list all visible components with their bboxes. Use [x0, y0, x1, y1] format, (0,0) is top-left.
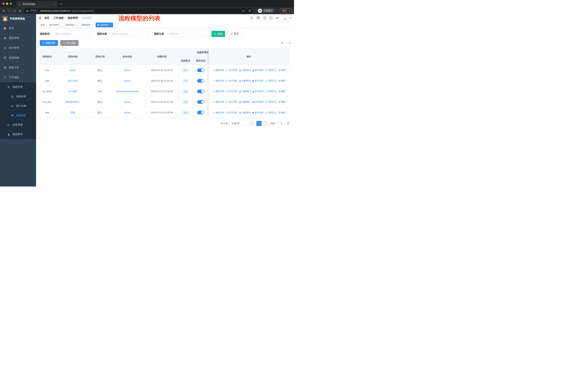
sidebar-item-user-group[interactable]: 用户分组 [0, 101, 36, 111]
sidebar-item-process-mgmt[interactable]: 流程管理 [0, 82, 36, 92]
form-info-link[interactable]: biubiu [124, 111, 130, 114]
font-size-icon[interactable]: TT [276, 16, 279, 20]
bookmark-star-icon[interactable] [248, 9, 251, 12]
help-icon[interactable] [263, 16, 266, 20]
edit-process-link[interactable]: 修改流程 [213, 79, 224, 82]
active-toggle[interactable] [197, 100, 205, 104]
breadcrumb-process-mgmt[interactable]: 流程管理 [68, 16, 78, 20]
publish-process-link[interactable]: 发布流程 [252, 100, 263, 103]
tag-process-form[interactable]: 流程表单× [80, 23, 94, 27]
assign-rule-link[interactable]: 分配规则 [239, 100, 251, 103]
address-bar[interactable]: 不安全 dashboard.yudao.iocoder.cn/bpm/manag… [24, 8, 253, 13]
page-size-select[interactable]: 10条/页 [230, 121, 247, 126]
window-controls[interactable] [0, 2, 14, 5]
delete-link[interactable]: 删除 [278, 100, 285, 103]
process-name-input[interactable] [110, 31, 148, 37]
tag-close-icon[interactable]: × [75, 24, 77, 26]
reload-icon[interactable] [13, 10, 16, 12]
process-name-link[interactable]: eeee [70, 69, 75, 71]
delete-link[interactable]: 删除 [278, 69, 285, 72]
process-definition-link[interactable]: 流程定义 [265, 111, 277, 114]
design-process-link[interactable]: 设计流程 [226, 100, 237, 103]
next-page-button[interactable] [263, 121, 269, 126]
assign-rule-link[interactable]: 分配规则 [239, 90, 251, 93]
delete-link[interactable]: 删除 [278, 90, 285, 93]
edit-process-link[interactable]: 修改流程 [213, 90, 224, 93]
breadcrumb-workflow[interactable]: 工作流程 [53, 16, 64, 20]
saved-password-key-icon[interactable] [242, 10, 245, 12]
assign-rule-link[interactable]: 分配规则 [239, 111, 251, 114]
delete-link[interactable]: 删除 [278, 111, 285, 114]
publish-process-link[interactable]: 发布流程 [252, 90, 263, 93]
process-name-link[interactable]: 自己审批 [68, 79, 77, 82]
sidebar-item-leave-query[interactable]: 请假查询 [0, 130, 36, 139]
back-icon[interactable] [2, 9, 5, 12]
refresh-table-button[interactable] [287, 40, 293, 46]
current-page-button[interactable]: 1 [256, 121, 262, 126]
process-key-input[interactable] [52, 31, 91, 37]
edit-process-link[interactable]: 修改流程 [213, 100, 224, 103]
design-process-link[interactable]: 设计流程 [226, 111, 237, 114]
user-avatar-menu[interactable] [282, 15, 292, 21]
process-definition-link[interactable]: 流程定义 [265, 69, 277, 72]
process-definition-link[interactable]: 流程定义 [265, 90, 277, 93]
form-info-link[interactable]: biubiu [124, 101, 130, 103]
window-close-button[interactable] [2, 2, 5, 5]
design-process-link[interactable]: 设计流程 [226, 90, 237, 93]
goto-page-input[interactable] [277, 121, 285, 126]
active-toggle[interactable] [197, 79, 205, 83]
github-icon[interactable] [256, 16, 260, 20]
publish-process-link[interactable]: 发布流程 [252, 111, 263, 114]
prev-page-button[interactable] [249, 121, 255, 126]
tag-my-process[interactable]: 我的流程× [64, 23, 79, 27]
form-info-link[interactable]: /bpm/oa/leave/create [116, 90, 138, 93]
sidebar-logo[interactable]: 芋道管理系统 [0, 14, 36, 23]
sidebar-item-process-model[interactable]: 流程模型 [0, 111, 36, 120]
edit-process-link[interactable]: 修改流程 [213, 111, 224, 114]
new-tab-button[interactable] [60, 2, 62, 5]
design-process-link[interactable]: 设计流程 [226, 69, 237, 72]
process-definition-link[interactable]: 流程定义 [265, 100, 277, 103]
publish-process-link[interactable]: 发布流程 [252, 69, 263, 72]
process-category-select[interactable]: 流程分类 [167, 31, 209, 37]
sidebar-item-home[interactable]: 首页 [0, 23, 36, 33]
sidebar-item-payment[interactable]: ¥ 支付管理 [0, 43, 36, 53]
tag-tenant-mgmt[interactable]: 租户管理× [48, 23, 63, 27]
home-icon[interactable] [18, 9, 21, 12]
delete-link[interactable]: 删除 [278, 79, 285, 82]
publish-process-link[interactable]: 发布流程 [252, 79, 263, 82]
window-zoom-button[interactable] [10, 2, 12, 5]
create-process-button[interactable]: 新建流程 [40, 40, 58, 46]
forward-icon[interactable] [8, 9, 10, 12]
browser-menu-dots-icon[interactable] [288, 10, 291, 12]
sidebar-fold-icon[interactable] [39, 16, 42, 20]
sidebar-item-infra[interactable]: 基础设施 [0, 53, 36, 63]
tag-close-icon[interactable]: × [59, 24, 61, 26]
search-button[interactable]: 搜索 [211, 31, 225, 37]
tag-close-icon[interactable]: × [91, 24, 93, 26]
reset-button[interactable]: 重置 [228, 31, 242, 37]
process-name-link[interactable]: OA 请假 [68, 90, 77, 93]
active-toggle[interactable] [197, 69, 205, 72]
process-definition-link[interactable]: 流程定义 [265, 79, 277, 82]
sidebar-item-task-mgmt[interactable]: 任务管理 [0, 120, 36, 130]
import-process-button[interactable]: 导入流程 [60, 40, 79, 46]
assign-rule-link[interactable]: 分配规则 [239, 79, 251, 82]
browser-update-button[interactable]: 更新 [280, 8, 292, 13]
fullscreen-icon[interactable] [269, 16, 273, 20]
tag-process-model[interactable]: 流程模型× [96, 23, 113, 27]
avatar[interactable] [282, 15, 289, 21]
sidebar-item-process-form[interactable]: 流程表单 [0, 92, 36, 101]
sidebar-item-workflow[interactable]: 工作流程 [0, 72, 36, 82]
toggle-search-button[interactable] [279, 40, 285, 46]
sidebar-item-system[interactable]: 系统管理 [0, 33, 36, 43]
tag-home[interactable]: 首页 [39, 23, 47, 27]
assign-rule-link[interactable]: 分配规则 [239, 69, 251, 72]
form-info-link[interactable]: biubiu [124, 80, 130, 82]
active-toggle[interactable] [197, 111, 205, 114]
sidebar-item-devtools[interactable]: 研发工具 [0, 63, 36, 72]
design-process-link[interactable]: 设计流程 [226, 79, 237, 82]
form-info-link[interactable]: biubiu [124, 69, 130, 71]
browser-tab[interactable]: 芋道管理系统 [16, 1, 57, 7]
tag-close-icon[interactable]: × [110, 24, 111, 26]
